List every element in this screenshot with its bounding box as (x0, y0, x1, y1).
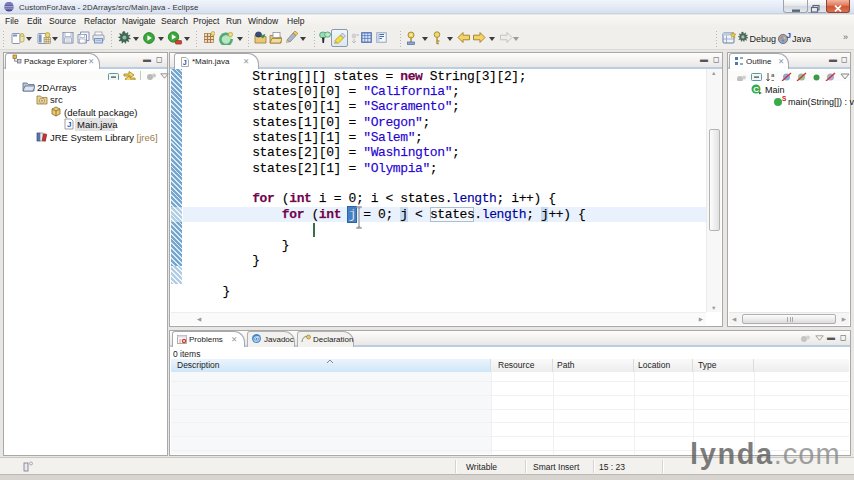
svg-text:J: J (183, 59, 187, 66)
svg-text:C: C (753, 85, 759, 94)
svg-text:J: J (787, 31, 791, 40)
svg-text:S: S (782, 96, 787, 102)
svg-text:J: J (67, 120, 71, 129)
